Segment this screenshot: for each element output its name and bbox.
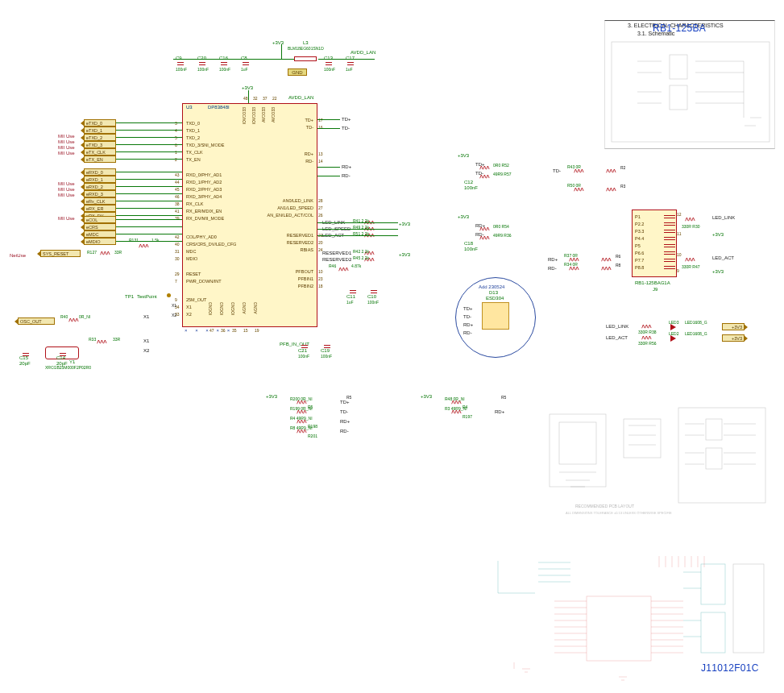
net-pad: eRXD_0 [84, 168, 116, 176]
tag-mii: MII Use [58, 151, 75, 156]
pin-num: 7 [175, 279, 177, 284]
wire [116, 234, 182, 234]
svg-rect-1 [670, 55, 687, 79]
res-r127-ref: R127 [87, 250, 97, 255]
pin-name: RESERVED2 [251, 240, 313, 245]
res-r33-val: 33R [113, 337, 120, 342]
cap-ref: C9 [176, 56, 182, 60]
res: ʌʌʌ [574, 169, 583, 172]
pin-name: RX_CLK [186, 201, 203, 206]
pin-name: X1 [186, 305, 192, 309]
esd-n: RD+ [463, 322, 473, 327]
esd-n: TD+ [463, 306, 473, 311]
r50: 0R0 R52 [493, 163, 509, 168]
power-3v3-f: +3V3 [458, 214, 469, 219]
r43: R43 0R [567, 164, 581, 169]
jack-pin: P2.2 [635, 222, 644, 226]
pin-name: RBIAS [251, 247, 313, 252]
net-rdm: RD- [342, 173, 351, 178]
pwr: +3V3 [712, 232, 724, 237]
pin-num: 4 [175, 128, 177, 133]
wire [116, 130, 182, 131]
tp-dot [167, 293, 171, 297]
res-label: R48 0R_NI [445, 396, 465, 401]
pwr: +3V3 [421, 394, 432, 399]
res: ʌʌʌ [569, 267, 579, 270]
power-pad: +3V3 [722, 334, 745, 342]
led-ref: LED3 [669, 320, 679, 325]
svg-rect-4 [559, 422, 596, 464]
pin-name: TXD_0 [186, 121, 200, 126]
xtal-pin-x1: X1 [172, 303, 176, 308]
jack-pin: P1 [635, 214, 641, 219]
pin-name: AVDD33 [261, 107, 266, 122]
pin-num: 1 [175, 150, 177, 155]
net-pad: eTXD_3 [84, 141, 116, 148]
power-3v3: +3V3 [272, 40, 284, 45]
wire [317, 229, 398, 230]
pin-num: 13 [318, 151, 323, 156]
pin-name: RX_DV/MII_MODE [186, 216, 224, 221]
signal-name: RD+ [495, 409, 504, 414]
pin-name: AN_EN/LED_ACT/COL [251, 213, 313, 218]
net-tdm: TD- [342, 126, 350, 131]
pin-num: 2 [175, 157, 177, 162]
net: RD- [548, 266, 557, 271]
pin-num: 5 [175, 135, 177, 140]
pin-name: IOGND [230, 302, 235, 315]
xtal-ref: Y1 [69, 359, 75, 364]
wire [317, 176, 340, 176]
xtal-pn: XRCGB25M000F2P02R0 [45, 365, 91, 370]
cap-val: 100nF [197, 67, 209, 72]
cap-label: C11 [346, 294, 355, 299]
net-pad: eRXD_1 [84, 176, 116, 183]
wire [116, 151, 182, 152]
net-pad: eRX_ER [84, 205, 116, 212]
pin-num: 39 [175, 216, 180, 221]
r36: 49R9 R36 [493, 233, 512, 238]
jack-contact [664, 230, 675, 233]
pwr: +3V3 [266, 394, 277, 399]
pin-name: MDC [186, 249, 197, 254]
pin-name: IOVDD33 [242, 107, 247, 124]
jack-pin: P4.4 [635, 236, 644, 241]
power-pad: +3V3 [722, 323, 745, 330]
res-label: R4 49R9_NI [290, 416, 313, 421]
pin-num: 20 [318, 240, 323, 245]
r54: 0R0 R54 [493, 224, 509, 229]
net-pad: eMDC [84, 230, 116, 238]
c14-val: 20pF [56, 361, 68, 366]
cap-val: 1uF [241, 67, 248, 72]
cap-label: 100nF [321, 354, 332, 359]
pin-name: RXD_1/PHY_AD2 [186, 180, 222, 185]
res-r33-ref: R33 [89, 337, 96, 342]
pin-name: PFBIN1 [251, 276, 313, 281]
pin-name: RD- [251, 159, 313, 164]
svg-rect-2 [670, 85, 687, 110]
r50b: R50 0R [567, 183, 581, 188]
res-r127: ʌʌʌ [100, 251, 110, 255]
pin-name: IOVDD33 [251, 107, 256, 124]
cap-val: 1uF [346, 67, 353, 72]
r8: R8 [616, 263, 620, 268]
esd-n: RD- [463, 330, 472, 335]
r57: 49R9 R57 [493, 172, 512, 176]
r3: R3 [620, 184, 625, 189]
power-3v3-e: +3V3 [458, 153, 469, 158]
signal-name: RD+ [340, 419, 350, 424]
datasheet-mech: RECOMMENDED PCB LAYOUT ALL DIMENSIONS TO… [535, 403, 672, 532]
pin-num: 16 [318, 125, 323, 130]
res: ʌʌʌ [685, 218, 695, 221]
pin-name: MDIO [186, 256, 197, 261]
datasheet-rb1: 3. ELECTRICAL CHARACTERISTICS 3.1. Schem… [604, 20, 775, 149]
net-pad: eTXD_2 [84, 134, 116, 141]
pin-num: 14 [318, 159, 323, 164]
pwr: +3V3 [712, 269, 724, 274]
cap-val: 100nF [324, 67, 335, 72]
led-pn: LED1608_G [685, 320, 707, 325]
wire [317, 235, 398, 236]
pin-num: 48 [243, 96, 248, 101]
wire [281, 44, 282, 59]
res: ʌʌʌ [601, 267, 611, 270]
esd-n: TD- [463, 314, 471, 319]
